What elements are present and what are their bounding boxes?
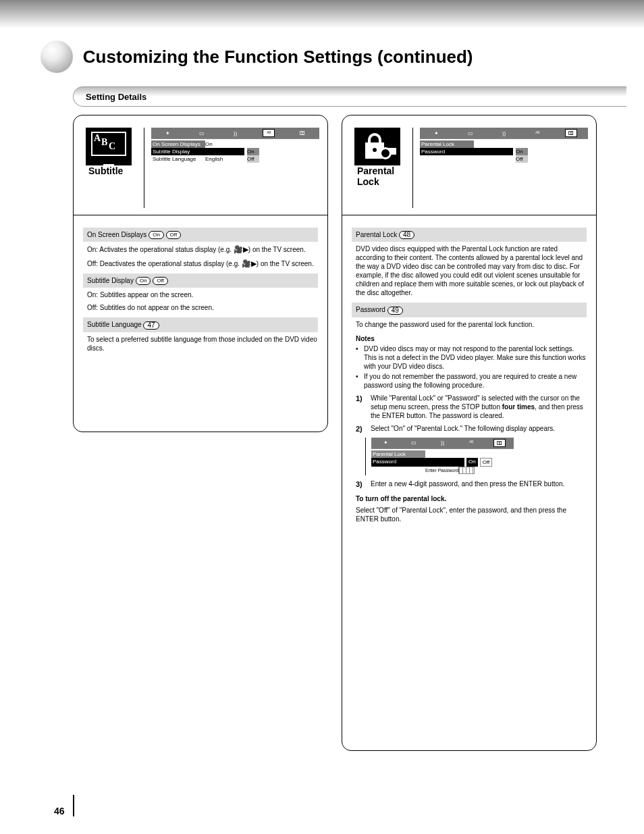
- option-pill: On: [149, 231, 164, 239]
- option-pill: Off: [166, 231, 182, 239]
- step-number: 2): [356, 424, 371, 434]
- heading-text: Subtitle Display: [87, 277, 136, 284]
- osd-option: Off: [516, 155, 528, 163]
- camera-icon: 🎥▶: [242, 259, 257, 267]
- body-text: To select a preferred subtitle language …: [87, 335, 318, 353]
- osd-tab-bar: ✦ ▭ )) ᴬᴮ ⚿: [420, 128, 588, 138]
- step-text: Enter a new 4-digit password, and then p…: [371, 479, 587, 489]
- osd-option: Off: [247, 155, 259, 163]
- setting-details-heading: Setting Details: [73, 86, 626, 107]
- osd-option: On: [247, 148, 259, 155]
- osd-cell: [371, 467, 425, 474]
- osd-cell: Parental Lock: [420, 140, 474, 148]
- header: Customizing the Function Settings (conti…: [0, 28, 644, 73]
- parental-panel-body: Parental Lock 48 DVD video discs equippe…: [342, 215, 596, 534]
- osd-row: Off: [420, 155, 588, 163]
- top-gradient: [0, 0, 644, 28]
- note-item: • DVD video discs may or may not respond…: [356, 344, 587, 371]
- note-item: • If you do not remember the password, y…: [356, 372, 587, 390]
- note-text: If you do not remember the password, you…: [364, 372, 587, 390]
- tab-audio-icon: )): [498, 130, 510, 136]
- tab-subtitle-icon: ᴬᴮ: [465, 440, 477, 446]
- tab-lang-icon: ✦: [379, 440, 392, 446]
- tab-audio-icon: )): [436, 440, 448, 446]
- tab-lang-icon: ✦: [431, 130, 443, 136]
- heading-text: Parental Lock: [356, 231, 399, 238]
- body-text: On: Subtitles appear on the screen.: [87, 290, 318, 299]
- body-text: Off: Deactivates the operational status …: [87, 259, 318, 268]
- osd-row: Subtitle Display On: [151, 148, 319, 155]
- tab-lock-icon: ⚿: [565, 129, 577, 137]
- osd-row: Parental Lock: [420, 140, 588, 148]
- step-text: While "Parental Lock" or "Password" is s…: [371, 394, 587, 420]
- osd-cell: [425, 450, 464, 458]
- notes-heading: Notes: [356, 334, 587, 343]
- osd-cell: [420, 155, 474, 163]
- tab-audio-icon: )): [229, 130, 241, 136]
- heading-text: On Screen Displays: [87, 231, 149, 238]
- osd-tab-bar: ✦ ▭ )) ᴬᴮ ⚿: [371, 438, 514, 448]
- subtitle-abc-icon: A B C: [86, 128, 132, 165]
- heading-text: Subtitle Language: [87, 321, 143, 328]
- tab-lang-icon: ✦: [162, 130, 174, 136]
- parental-osd-inline: ✦ ▭ )) ᴬᴮ ⚿ Parental Lock Password: [365, 438, 514, 475]
- subtitle-panel: A B C Subtitle ✦ ▭ )) ᴬᴮ ⚿ On Screen D: [73, 115, 328, 432]
- tab-subtitle-icon: ᴬᴮ: [531, 130, 543, 136]
- page-rule: [73, 795, 74, 816]
- page-title: Customizing the Function Settings (conti…: [83, 47, 473, 68]
- enter-password-label: Enter Password: [425, 467, 458, 474]
- osd-row: Parental Lock: [371, 450, 514, 458]
- osd-cell: Subtitle Language: [151, 155, 205, 163]
- osd-cell: [474, 155, 513, 163]
- osd-option: On: [516, 148, 528, 155]
- step-number: 1): [356, 394, 371, 420]
- section-heading: Subtitle Display On Off: [83, 273, 318, 288]
- parental-title: Parental Lock: [357, 165, 412, 187]
- osd-cell: [474, 148, 513, 155]
- section-bullet-icon: [41, 41, 73, 73]
- tab-subtitle-icon: ᴬᴮ: [263, 129, 275, 137]
- osd-cell: Parental Lock: [371, 450, 425, 458]
- tab-lock-icon: ⚿: [493, 439, 506, 447]
- body-text: Select "Off" of "Parental Lock", enter t…: [356, 506, 587, 523]
- osd-cell: Password: [420, 148, 474, 155]
- osd-cell: Password: [371, 458, 425, 467]
- note-text: DVD video discs may or may not respond t…: [364, 344, 587, 371]
- camera-icon: 🎥▶: [234, 245, 248, 253]
- step-item: 3) Enter a new 4-digit password, and the…: [356, 479, 587, 489]
- tab-picture-icon: ▭: [464, 130, 477, 136]
- section-heading: On Screen Displays On Off: [83, 228, 318, 242]
- page-number: 46: [54, 806, 65, 816]
- option-pill: On: [136, 277, 151, 285]
- body-text: On: Activates the operational status dis…: [87, 244, 318, 254]
- osd-cell: Subtitle Display: [151, 148, 205, 155]
- osd-cell: On Screen Displays: [151, 140, 205, 148]
- step-number: 3): [356, 479, 371, 489]
- body-text: Off: Subtitles do not appear on the scre…: [87, 303, 318, 312]
- osd-option: Off: [480, 458, 493, 467]
- step-text: Select "On" of "Parental Lock." The foll…: [371, 424, 587, 434]
- subheading: To turn off the parental lock.: [356, 494, 587, 503]
- osd-cell: [425, 458, 464, 467]
- osd-cell: English: [205, 155, 244, 163]
- osd-row: Subtitle Language English Off: [151, 155, 319, 163]
- heading-text: Password: [356, 306, 387, 313]
- parental-panel: Parental Lock ✦ ▭ )) ᴬᴮ ⚿ Parental Lock: [342, 115, 597, 751]
- page-ref-pill: 49: [387, 307, 403, 315]
- osd-cell: [205, 148, 244, 155]
- option-pill: Off: [153, 277, 168, 285]
- tab-picture-icon: ▭: [408, 440, 420, 446]
- tab-picture-icon: ▭: [196, 130, 208, 136]
- parental-panel-head: Parental Lock ✦ ▭ )) ᴬᴮ ⚿ Parental Lock: [342, 115, 596, 215]
- subtitle-panel-body: On Screen Displays On Off On: Activates …: [74, 215, 327, 363]
- subtitle-title: Subtitle: [88, 165, 144, 176]
- osd-row: Enter Password: [371, 467, 514, 474]
- page-ref-pill: 47: [143, 321, 159, 330]
- body-text: DVD video discs equipped with the Parent…: [356, 244, 587, 297]
- step-item: 1) While "Parental Lock" or "Password" i…: [356, 394, 587, 420]
- section-heading: Subtitle Language 47: [83, 317, 318, 332]
- password-entry-icon: [458, 467, 475, 474]
- osd-cell: [474, 140, 513, 148]
- osd-cell: On: [205, 140, 244, 148]
- page-ref-pill: 48: [399, 231, 414, 239]
